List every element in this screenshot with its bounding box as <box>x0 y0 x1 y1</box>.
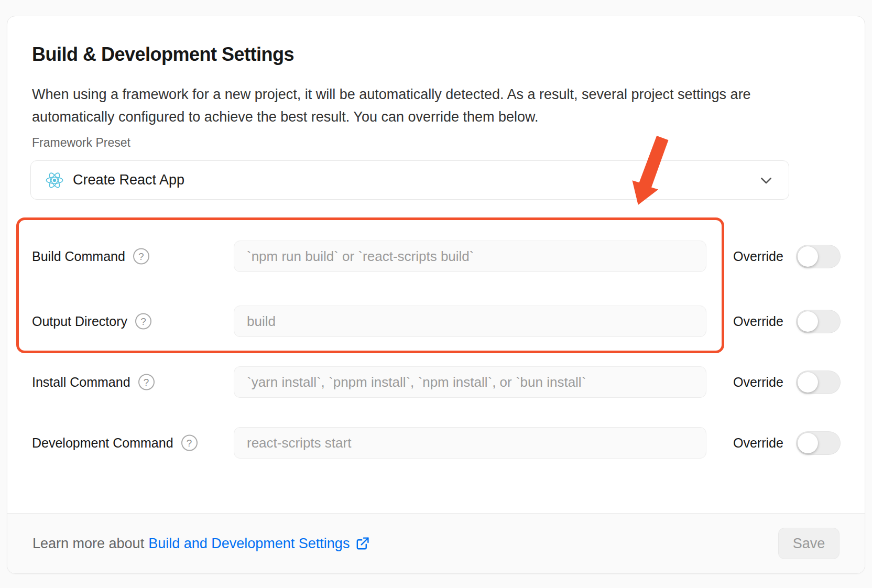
development-command-row: Development Command ? Override <box>7 427 865 459</box>
react-logo-icon <box>46 171 63 189</box>
build-command-label-group: Build Command ? <box>32 248 149 265</box>
development-command-input[interactable] <box>234 427 706 459</box>
output-directory-input[interactable] <box>234 306 706 337</box>
help-icon[interactable]: ? <box>135 313 151 330</box>
toggle-knob <box>798 433 818 453</box>
learn-more-text: Learn more about Build and Development S… <box>32 536 370 552</box>
framework-preset-select[interactable]: Create React App <box>30 160 789 200</box>
development-command-label: Development Command <box>32 435 173 451</box>
development-command-override-toggle[interactable] <box>796 431 841 455</box>
override-label: Override <box>733 375 783 390</box>
install-command-override-toggle[interactable] <box>796 371 841 394</box>
save-button[interactable]: Save <box>778 528 840 559</box>
build-command-override-toggle[interactable] <box>796 245 841 268</box>
help-icon[interactable]: ? <box>181 435 198 451</box>
development-command-label-group: Development Command ? <box>32 435 198 451</box>
output-directory-row: Output Directory ? Override <box>7 306 865 337</box>
toggle-knob <box>798 246 818 267</box>
page-description: When using a framework for a new project… <box>32 83 797 128</box>
page-title: Build & Development Settings <box>32 43 294 66</box>
build-command-input[interactable] <box>234 241 706 272</box>
chevron-down-icon <box>758 172 774 188</box>
install-command-row: Install Command ? Override <box>7 366 865 398</box>
help-icon[interactable]: ? <box>138 374 155 390</box>
install-command-input[interactable] <box>234 366 706 398</box>
install-command-label-group: Install Command ? <box>32 374 155 390</box>
framework-selected-value: Create React App <box>73 172 184 188</box>
install-command-label: Install Command <box>32 375 130 390</box>
external-link-icon <box>355 536 370 551</box>
build-command-label: Build Command <box>32 249 125 264</box>
override-label: Override <box>733 314 783 329</box>
toggle-knob <box>798 372 818 393</box>
output-directory-label: Output Directory <box>32 314 127 329</box>
help-icon[interactable]: ? <box>133 248 149 265</box>
learn-more-link-label: Build and Development Settings <box>148 536 350 552</box>
override-label: Override <box>733 435 783 451</box>
output-directory-override-toggle[interactable] <box>796 310 841 333</box>
card-footer: Learn more about Build and Development S… <box>7 513 865 573</box>
override-label: Override <box>733 249 783 264</box>
build-settings-docs-link[interactable]: Build and Development Settings <box>148 536 370 552</box>
learn-more-prefix: Learn more about <box>32 536 144 552</box>
build-command-row: Build Command ? Override <box>7 241 865 272</box>
framework-preset-label: Framework Preset <box>32 136 130 150</box>
build-settings-card: Build & Development Settings When using … <box>7 16 865 574</box>
output-directory-label-group: Output Directory ? <box>32 313 151 330</box>
toggle-knob <box>798 311 818 332</box>
